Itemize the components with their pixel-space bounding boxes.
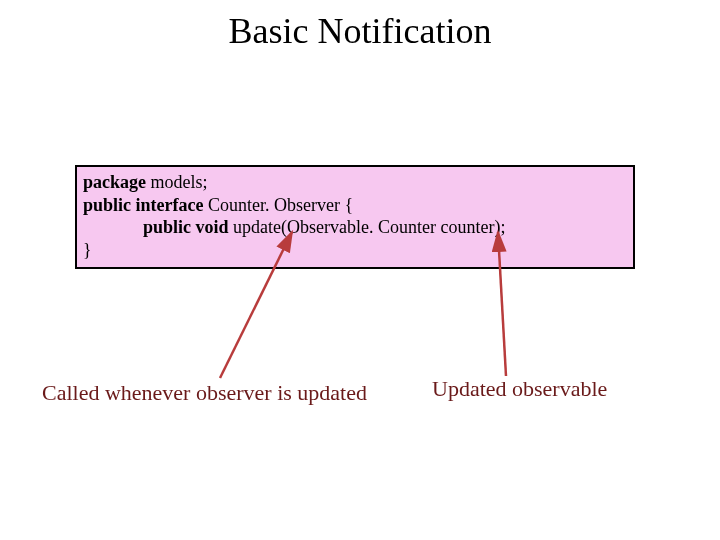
svg-line-1 (498, 232, 506, 376)
arrow-left (0, 0, 720, 540)
svg-line-0 (220, 232, 292, 378)
annotation-updated-observable: Updated observable (432, 376, 607, 402)
annotation-called-whenever: Called whenever observer is updated (42, 380, 367, 406)
